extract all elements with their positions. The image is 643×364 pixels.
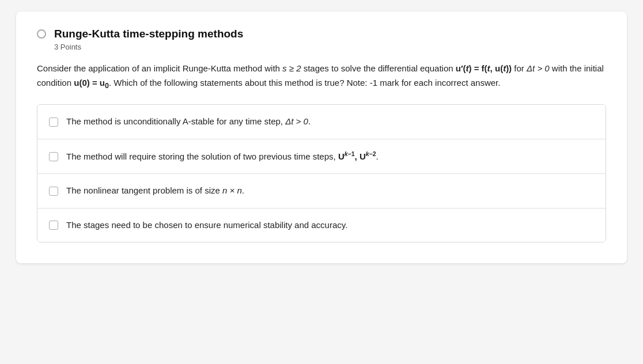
math-uk-opt2: Uk−1, Uk−2 bbox=[338, 151, 376, 161]
question-card: Runge-Kutta time-stepping methods 3 Poin… bbox=[16, 12, 627, 263]
options-list: The method is unconditionally A-stable f… bbox=[37, 104, 606, 242]
checkbox-1[interactable] bbox=[49, 117, 58, 127]
question-title: Runge-Kutta time-stepping methods bbox=[54, 28, 243, 40]
math-ode: u′(t) = f(t, u(t)) bbox=[456, 63, 512, 73]
option-text-1: The method is unconditionally A-stable f… bbox=[66, 115, 594, 128]
checkbox-2[interactable] bbox=[49, 152, 58, 161]
math-delta-t: Δt > 0 bbox=[527, 63, 550, 73]
math-s-geq-2: s ≥ 2 bbox=[282, 63, 301, 73]
circle-icon bbox=[37, 29, 46, 39]
option-item-4[interactable]: The stages need to be chosen to ensure n… bbox=[37, 208, 606, 242]
option-item-1[interactable]: The method is unconditionally A-stable f… bbox=[37, 105, 606, 139]
math-dt-opt1: Δt > 0 bbox=[285, 116, 308, 126]
math-ic: u(0) = u0 bbox=[74, 78, 109, 88]
points-label: 3 Points bbox=[54, 43, 606, 51]
question-header: Runge-Kutta time-stepping methods bbox=[37, 28, 606, 40]
option-text-2: The method will require storing the solu… bbox=[66, 150, 594, 164]
checkbox-4[interactable] bbox=[49, 221, 58, 230]
math-size-opt3: n × n bbox=[222, 185, 242, 195]
option-text-3: The nonlinear tangent problem is of size… bbox=[66, 184, 594, 198]
checkbox-3[interactable] bbox=[49, 187, 58, 196]
option-text-4: The stages need to be chosen to ensure n… bbox=[66, 219, 594, 232]
option-item-2[interactable]: The method will require storing the solu… bbox=[37, 139, 606, 175]
option-item-3[interactable]: The nonlinear tangent problem is of size… bbox=[37, 174, 606, 208]
question-body: Consider the application of an implicit … bbox=[37, 62, 606, 92]
